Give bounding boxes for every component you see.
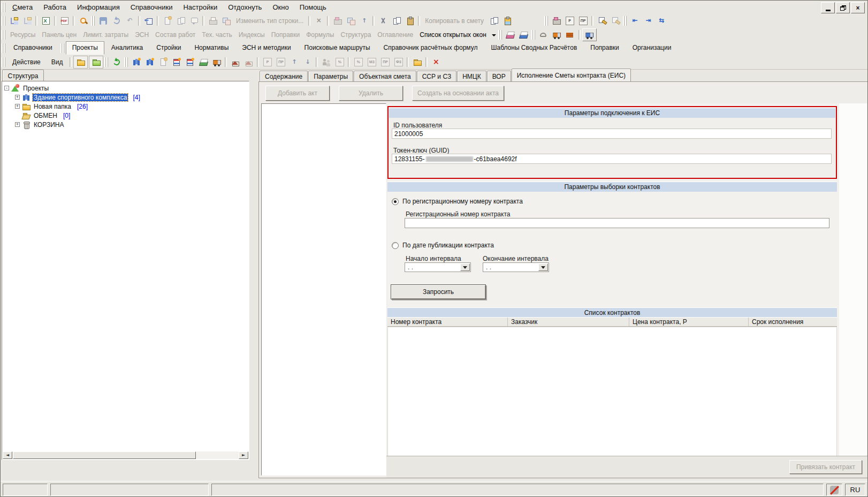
document-add-button[interactable] (156, 56, 170, 68)
toolbar-grip[interactable] (91, 16, 95, 26)
building-add-button[interactable] (130, 56, 143, 68)
radio-by-date-label[interactable]: По дате публикации контракта (402, 242, 494, 249)
interval-start-picker[interactable]: . . (405, 262, 471, 272)
tab-vor[interactable]: ВОР (487, 71, 511, 81)
folder-collapse-button[interactable] (89, 56, 103, 69)
add-act-button[interactable]: Добавить акт (265, 86, 330, 101)
scrollbar-thumb[interactable] (13, 451, 196, 459)
toolbar-grip[interactable] (60, 43, 64, 53)
truck-orange-button[interactable] (550, 29, 564, 41)
calendar-dropdown-button[interactable] (538, 263, 548, 271)
close-button[interactable]: × (851, 2, 865, 13)
column-header-price[interactable]: Цена контракта, Р (629, 318, 749, 326)
tree-node-label[interactable]: Новая папка (33, 103, 72, 110)
copy-page-button[interactable] (487, 15, 500, 27)
f3-button[interactable]: Ф3 (392, 56, 405, 68)
toolbar-grip[interactable] (2, 16, 5, 26)
menu-otdohnut[interactable]: Отдохнуть (223, 2, 267, 13)
tree-node-label[interactable]: ОБМЕН (33, 112, 58, 119)
toolbar-grip[interactable] (2, 43, 5, 53)
move-up-button[interactable]: ↑ (287, 56, 301, 68)
resources-calc-button[interactable] (331, 15, 344, 27)
radio-by-number-label[interactable]: По регистрационному номеру контракта (402, 198, 523, 205)
radio-by-number-row[interactable]: По регистрационному номеру контракта (392, 198, 523, 205)
price-p-button[interactable]: Р (563, 15, 576, 27)
contracts-table-body[interactable] (387, 327, 837, 458)
token-field[interactable]: 12831155--c61baea4692f (392, 154, 832, 164)
tab-shablony-svodnyh[interactable]: Шаблоны Сводных Расчётов (484, 41, 583, 55)
tab-nmck[interactable]: НМЦК (457, 71, 486, 81)
copy-button[interactable] (390, 15, 403, 27)
price-pr-button2[interactable]: ПР (274, 56, 287, 68)
toolbar-grip[interactable] (2, 30, 5, 40)
scroll-left-button[interactable]: ◄ (3, 451, 12, 459)
home-add-button[interactable] (229, 56, 242, 68)
building-columns-button[interactable] (143, 56, 156, 68)
book-add-button[interactable] (196, 56, 210, 68)
card-index-button[interactable] (344, 15, 357, 27)
structure-tree-button[interactable] (7, 15, 20, 27)
delete-act-button[interactable]: Удалить (339, 86, 403, 101)
tab-poiskovye-marshruty[interactable]: Поисковые маршруты (298, 41, 377, 55)
return-to-source-button[interactable] (142, 15, 155, 27)
replace-type-button[interactable] (219, 15, 233, 27)
indent-swap-button[interactable]: ⇆ (655, 15, 668, 27)
undo-button[interactable]: ↶ (123, 15, 136, 27)
truck-add-button[interactable] (210, 56, 223, 68)
refresh-button[interactable] (110, 15, 123, 27)
books-pink-button[interactable] (504, 29, 517, 41)
bricks-button[interactable] (564, 29, 577, 41)
tree-node-obmen[interactable]: ОБМЕН [0] (15, 111, 249, 120)
radio-by-date-row[interactable]: По дате публикации контракта (392, 242, 494, 249)
create-from-act-button[interactable]: Создать на основании акта (412, 86, 504, 101)
column-header-number[interactable]: Номер контракта (387, 318, 508, 326)
move-down-button[interactable]: ↓ (301, 56, 314, 68)
scrollbar-track[interactable] (196, 451, 239, 459)
books-blue-button[interactable] (517, 29, 530, 41)
menu-vid[interactable]: Вид (46, 57, 68, 67)
menu-informacia[interactable]: Информация (72, 2, 125, 13)
truck-blue-button[interactable] (582, 28, 597, 41)
print-button[interactable] (206, 15, 219, 27)
tab-organizacii[interactable]: Организации (626, 41, 678, 55)
tab-analitika[interactable]: Аналитика (105, 41, 149, 55)
pdf-export-button[interactable] (58, 15, 71, 27)
save-button[interactable] (96, 15, 110, 27)
paste-special-button[interactable] (500, 15, 514, 27)
tab-popravki[interactable]: Поправки (584, 41, 625, 55)
expand-icon[interactable]: + (15, 95, 20, 100)
paste-button[interactable] (403, 15, 416, 27)
cut-button[interactable] (376, 15, 390, 27)
formula-clear-button[interactable] (608, 15, 622, 27)
interval-end-picker[interactable]: . . (483, 262, 549, 272)
restore-button[interactable] (836, 2, 850, 13)
tree-node-label[interactable]: Проекты (22, 85, 50, 92)
collapse-icon[interactable]: - (4, 86, 9, 91)
toolbar-grip[interactable] (623, 16, 627, 26)
panel-struktura[interactable]: Структура (337, 31, 374, 39)
toolbar-grip[interactable] (498, 30, 502, 40)
structure-add-button[interactable] (20, 15, 34, 27)
radio-by-number[interactable] (392, 198, 399, 205)
panel-limit-zatraty[interactable]: Лимит. затраты (80, 31, 132, 39)
menu-pomosh[interactable]: Помощь (294, 2, 332, 13)
keyboard-layout-indicator[interactable]: RU (845, 484, 865, 496)
indent-left-button[interactable]: ⇤ (628, 15, 642, 27)
request-button[interactable]: Запросить (391, 284, 486, 299)
horizontal-scrollbar[interactable]: ◄ ► (3, 451, 248, 459)
price-p-button2[interactable]: Р (261, 56, 274, 68)
menu-okno[interactable]: Окно (267, 2, 294, 13)
panel-indeksy[interactable]: Индексы (235, 31, 268, 39)
tree-node-label[interactable]: Здание спортивного комплекса (33, 94, 128, 101)
scroll-right-button[interactable]: ► (239, 451, 248, 459)
tab-esn-i-metodiki[interactable]: ЭСН и методики (235, 41, 297, 55)
toolbar-grip[interactable] (104, 57, 108, 67)
toolbar-grip[interactable] (544, 16, 548, 26)
open-windows-dropdown[interactable]: Список открытых окон (416, 31, 497, 39)
delete-button[interactable]: × (429, 56, 443, 68)
refresh-tree-button[interactable] (110, 56, 123, 68)
panel-oglavlenie[interactable]: Оглавление (374, 31, 416, 39)
tab-ssr-i-sz[interactable]: ССР и СЗ (417, 71, 457, 81)
sort-updown-button[interactable]: ↑ (357, 15, 371, 27)
tree-node-korzina[interactable]: + КОРЗИНА (15, 120, 249, 129)
